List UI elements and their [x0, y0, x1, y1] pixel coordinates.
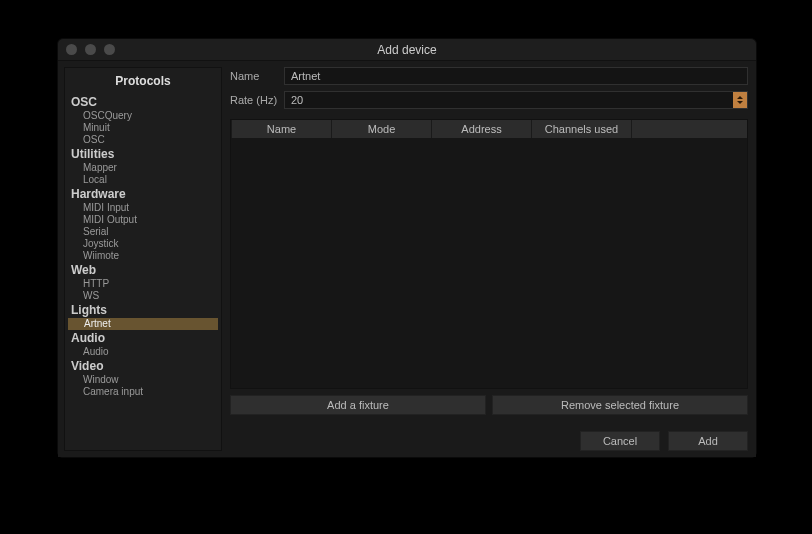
chevron-up-icon[interactable]	[737, 96, 743, 99]
sidebar-item-midi-output[interactable]: MIDI Output	[67, 214, 219, 226]
name-row: Name	[230, 67, 748, 85]
remove-fixture-button[interactable]: Remove selected fixture	[492, 395, 748, 415]
sidebar-item-mapper[interactable]: Mapper	[67, 162, 219, 174]
close-icon[interactable]	[66, 44, 77, 55]
add-device-dialog: Add device Protocols OSCOSCQueryMinuitOS…	[57, 38, 757, 458]
rate-stepper[interactable]	[733, 92, 747, 108]
dialog-buttons: Cancel Add	[230, 431, 748, 451]
rate-spinbox[interactable]	[284, 91, 748, 109]
table-body[interactable]	[231, 138, 747, 388]
sidebar-group-title: Web	[67, 262, 219, 278]
window-title: Add device	[58, 43, 756, 57]
sidebar-item-local[interactable]: Local	[67, 174, 219, 186]
protocols-sidebar: Protocols OSCOSCQueryMinuitOSCUtilitiesM…	[64, 67, 222, 451]
column-mode[interactable]: Mode	[332, 120, 432, 138]
sidebar-item-camera-input[interactable]: Camera input	[67, 386, 219, 398]
maximize-icon[interactable]	[104, 44, 115, 55]
sidebar-group-title: Hardware	[67, 186, 219, 202]
chevron-down-icon[interactable]	[737, 101, 743, 104]
add-fixture-button[interactable]: Add a fixture	[230, 395, 486, 415]
column-name[interactable]: Name	[232, 120, 332, 138]
window-controls	[66, 44, 115, 55]
fixtures-table: NameModeAddressChannels used	[230, 119, 748, 389]
sidebar-group-title: Video	[67, 358, 219, 374]
column-address[interactable]: Address	[432, 120, 532, 138]
main-panel: Name Rate (Hz) NameModeAddressChannels u…	[226, 61, 756, 457]
sidebar-item-ws[interactable]: WS	[67, 290, 219, 302]
sidebar-item-window[interactable]: Window	[67, 374, 219, 386]
minimize-icon[interactable]	[85, 44, 96, 55]
sidebar-group-title: OSC	[67, 94, 219, 110]
table-header: NameModeAddressChannels used	[231, 120, 747, 138]
titlebar: Add device	[58, 39, 756, 61]
sidebar-item-osc[interactable]: OSC	[67, 134, 219, 146]
sidebar-list: OSCOSCQueryMinuitOSCUtilitiesMapperLocal…	[65, 94, 221, 450]
add-button[interactable]: Add	[668, 431, 748, 451]
sidebar-group-title: Lights	[67, 302, 219, 318]
sidebar-item-oscquery[interactable]: OSCQuery	[67, 110, 219, 122]
name-label: Name	[230, 70, 276, 82]
sidebar-group-title: Audio	[67, 330, 219, 346]
column-channels-used[interactable]: Channels used	[532, 120, 632, 138]
sidebar-group-title: Utilities	[67, 146, 219, 162]
sidebar-item-wiimote[interactable]: Wiimote	[67, 250, 219, 262]
sidebar-item-midi-input[interactable]: MIDI Input	[67, 202, 219, 214]
rate-input[interactable]	[285, 94, 733, 106]
fixture-buttons: Add a fixture Remove selected fixture	[230, 395, 748, 415]
rate-row: Rate (Hz)	[230, 91, 748, 109]
sidebar-item-http[interactable]: HTTP	[67, 278, 219, 290]
cancel-button[interactable]: Cancel	[580, 431, 660, 451]
sidebar-item-artnet[interactable]: Artnet	[68, 318, 218, 330]
sidebar-item-serial[interactable]: Serial	[67, 226, 219, 238]
rate-label: Rate (Hz)	[230, 94, 276, 106]
name-input[interactable]	[284, 67, 748, 85]
dialog-content: Protocols OSCOSCQueryMinuitOSCUtilitiesM…	[58, 61, 756, 457]
sidebar-item-minuit[interactable]: Minuit	[67, 122, 219, 134]
column-spacer	[632, 120, 747, 138]
sidebar-item-joystick[interactable]: Joystick	[67, 238, 219, 250]
sidebar-header: Protocols	[65, 68, 221, 94]
sidebar-item-audio[interactable]: Audio	[67, 346, 219, 358]
